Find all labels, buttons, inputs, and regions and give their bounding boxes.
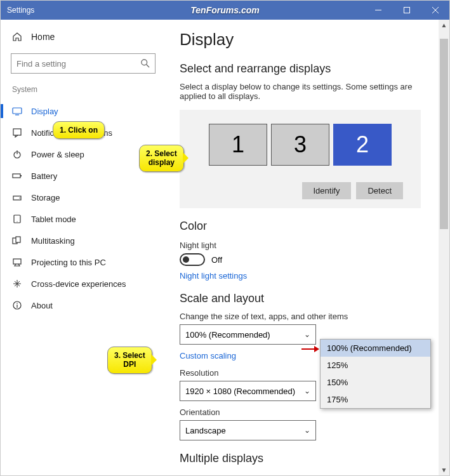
night-light-label: Night light (180, 241, 435, 250)
sidebar-item-multitasking[interactable]: Multitasking (1, 230, 166, 251)
scale-heading: Scale and layout (180, 292, 435, 305)
svg-marker-24 (314, 346, 319, 352)
sidebar-item-label: Display (31, 107, 58, 116)
tablet-icon (12, 214, 22, 224)
scale-dropdown[interactable]: 100% (Recommended) ⌄ (180, 324, 316, 345)
page-title: Display (180, 30, 435, 50)
titlebar: Settings TenForums.com (1, 1, 449, 20)
arrange-desc: Select a display below to change its set… (180, 82, 435, 101)
multitasking-icon (12, 235, 22, 246)
svg-point-16 (17, 221, 17, 221)
sidebar-item-about[interactable]: About (1, 294, 166, 316)
sidebar-item-label: Tablet mode (31, 215, 76, 224)
search-icon (141, 59, 150, 68)
about-icon (12, 300, 22, 310)
display-1[interactable]: 1 (209, 124, 267, 166)
red-arrow-icon (301, 345, 319, 353)
display-arrange-area: 1 3 2 Identify Detect (180, 110, 421, 208)
svg-rect-18 (16, 237, 20, 242)
display-icon (12, 106, 22, 116)
sidebar-item-crossdevice[interactable]: Cross-device experiences (1, 273, 166, 294)
home-icon (12, 32, 22, 42)
arrange-heading: Select and rearrange displays (180, 62, 435, 76)
detect-button[interactable]: Detect (356, 182, 403, 199)
color-heading: Color (180, 220, 435, 233)
display-3[interactable]: 3 (271, 124, 329, 166)
close-button[interactable] (421, 1, 449, 20)
svg-rect-1 (404, 8, 409, 13)
popup-option-150[interactable]: 150% (321, 374, 430, 391)
search-box[interactable] (11, 53, 156, 74)
callout-3: 3. SelectDPI (107, 347, 152, 374)
maximize-button[interactable] (392, 1, 421, 20)
sidebar-item-label: Power & sleep (31, 150, 84, 159)
sidebar-item-display[interactable]: Display (1, 100, 166, 122)
popup-option-175[interactable]: 175% (321, 391, 430, 408)
night-light-settings-link[interactable]: Night light settings (180, 271, 435, 281)
night-light-state: Off (211, 255, 222, 265)
projecting-icon (12, 257, 22, 267)
scroll-up-icon[interactable]: ▲ (439, 20, 449, 30)
sidebar-item-label: Cross-device experiences (31, 279, 126, 289)
orientation-value: Landscape (185, 426, 226, 435)
popup-option-100[interactable]: 100% (Recommended) (321, 340, 430, 357)
scroll-thumb[interactable] (440, 39, 448, 229)
sidebar-item-label: About (31, 301, 53, 310)
svg-rect-8 (13, 129, 21, 135)
sidebar: Home System Display Notifications & acti… (1, 20, 166, 475)
power-icon (12, 149, 22, 159)
night-light-toggle[interactable] (180, 253, 205, 266)
sidebar-item-label: Battery (31, 171, 57, 181)
svg-rect-12 (20, 175, 22, 176)
callout-1: 1. Click on (53, 121, 105, 139)
scroll-down-icon[interactable]: ▼ (439, 465, 449, 475)
window-title: Settings (7, 6, 34, 15)
svg-point-21 (17, 303, 18, 304)
sidebar-item-storage[interactable]: Storage (1, 187, 166, 208)
sidebar-item-label: Projecting to this PC (31, 258, 106, 267)
identify-button[interactable]: Identify (302, 182, 352, 199)
chevron-down-icon: ⌄ (304, 387, 310, 395)
home-nav[interactable]: Home (1, 28, 166, 46)
svg-rect-19 (13, 259, 21, 264)
multiple-heading: Multiple displays (180, 452, 435, 465)
storage-icon (12, 192, 22, 202)
svg-point-4 (142, 60, 147, 65)
search-input[interactable] (17, 59, 141, 69)
scale-dropdown-popup: 100% (Recommended) 125% 150% 175% (320, 339, 431, 409)
callout-2: 2. Selectdisplay (139, 145, 184, 172)
scrollbar[interactable]: ▲ ▼ (439, 20, 449, 475)
home-label: Home (31, 32, 55, 42)
sidebar-item-label: Multitasking (31, 236, 75, 246)
svg-line-5 (147, 65, 149, 67)
battery-icon (12, 171, 22, 181)
sidebar-item-label: Storage (31, 193, 60, 202)
orientation-label: Orientation (180, 407, 435, 417)
crossdevice-icon (12, 279, 22, 289)
display-2[interactable]: 2 (333, 124, 392, 166)
chevron-down-icon: ⌄ (304, 330, 310, 339)
orientation-dropdown[interactable]: Landscape ⌄ (180, 420, 316, 440)
svg-rect-11 (13, 174, 20, 178)
svg-rect-6 (13, 108, 22, 114)
scale-value: 100% (Recommended) (185, 330, 270, 340)
notifications-icon (12, 128, 22, 138)
resolution-value: 1920 × 1080 (Recommended) (185, 387, 295, 396)
sidebar-item-tablet[interactable]: Tablet mode (1, 208, 166, 230)
sidebar-group-label: System (1, 85, 166, 100)
minimize-button[interactable] (364, 1, 392, 20)
resolution-dropdown[interactable]: 1920 × 1080 (Recommended) ⌄ (180, 381, 316, 401)
scale-label: Change the size of text, apps, and other… (180, 312, 435, 321)
popup-option-125[interactable]: 125% (321, 357, 430, 374)
sidebar-item-projecting[interactable]: Projecting to this PC (1, 251, 166, 273)
svg-point-14 (19, 197, 20, 199)
watermark: TenForums.com (190, 5, 259, 15)
chevron-down-icon: ⌄ (304, 426, 310, 435)
